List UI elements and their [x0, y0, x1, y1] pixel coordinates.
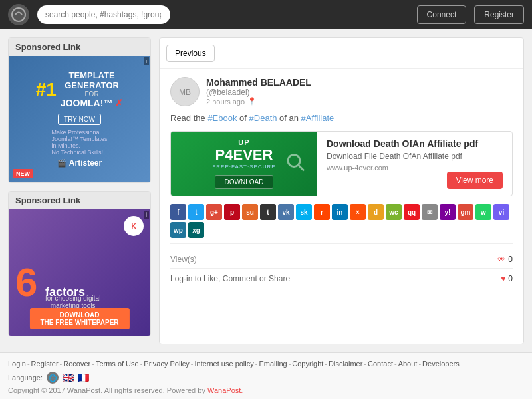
sep7: -	[289, 360, 291, 368]
post-area: MB Mohammed BELAADEL (@belaadel) 2 hours…	[160, 69, 523, 297]
sponsored-box-2: Sponsored Link i K 6 factors for choosin…	[8, 191, 151, 336]
share-xing2-button[interactable]: xg	[188, 222, 204, 238]
location-icon: 📍	[247, 97, 257, 106]
share-tumblr-button[interactable]: t	[260, 204, 276, 220]
ad-block-2[interactable]: i K 6 factors for choosing digital marke…	[9, 209, 150, 336]
ad-body: Make Professional Joomla!™ Templates in …	[52, 129, 108, 156]
footer-internet-use-link[interactable]: Internet use policy	[194, 360, 253, 368]
main-layout: Sponsored Link i #1 TEMPLATE GENERATOR F…	[0, 29, 532, 352]
affiliate-link[interactable]: #Affiliate	[301, 113, 334, 123]
heart-icon: ♥	[501, 274, 505, 283]
link-preview-url: www.up-4ever.com	[327, 164, 503, 172]
footer-emailing-link[interactable]: Emailing	[259, 360, 287, 368]
ad-badge-1: i	[144, 57, 149, 65]
views-count: 0	[508, 255, 513, 264]
footer-links: Login - Register - Recover - Terms of Us…	[8, 360, 524, 368]
logo	[8, 4, 29, 25]
sep4: -	[140, 360, 143, 368]
sep5: -	[191, 360, 194, 368]
artisteer-logo: 🎬 Artisteer	[57, 158, 102, 168]
kentico-logo: K	[124, 216, 144, 236]
link-preview-desc: Download File Death OfAn Affiliate pdf	[327, 152, 503, 161]
sep3: -	[92, 360, 94, 368]
previous-button[interactable]: Previous	[166, 45, 215, 62]
share-qq-button[interactable]: qq	[404, 204, 420, 220]
share-wordpress-button[interactable]: wp	[170, 222, 186, 238]
sponsored-title-2: Sponsored Link	[9, 192, 150, 209]
search-input[interactable]	[37, 5, 170, 24]
share-xing-button[interactable]: ×	[350, 204, 366, 220]
ad-badge-2: i	[144, 211, 149, 219]
language-row: Language: 🌐 🇬🇧 🇫🇷	[8, 372, 524, 384]
share-viber-button[interactable]: vi	[493, 204, 509, 220]
link-preview-info: Download Death OfAn Affiliate pdf Downlo…	[317, 132, 512, 196]
views-label: View(s)	[170, 255, 197, 264]
ad-line2: GENERATOR	[61, 80, 123, 90]
share-yahoo-button[interactable]: y!	[440, 204, 456, 220]
eye-icon: 👁	[497, 255, 505, 264]
search-icon	[285, 152, 307, 176]
language-label: Language:	[8, 374, 43, 382]
copyright-text: Copyright © 2017 WanaPost. All rights re…	[8, 386, 524, 394]
link-preview-title: Download Death OfAn Affiliate pdf	[327, 138, 503, 149]
footer-disclaimer-link[interactable]: Disclaimer	[329, 360, 362, 368]
try-now-button[interactable]: TRY NOW	[58, 114, 101, 125]
footer-about-link[interactable]: About	[398, 360, 418, 368]
link-preview: UP P4EVER FREE·FAST·SECURE DOWNLOAD Down…	[170, 131, 513, 196]
footer-developers-link[interactable]: Developers	[422, 360, 460, 368]
share-twitter-button[interactable]: t	[188, 204, 204, 220]
sponsored-title-1: Sponsored Link	[9, 38, 150, 56]
share-facebook-button[interactable]: f	[170, 204, 186, 220]
footer-register-link[interactable]: Register	[31, 360, 59, 368]
footer: Login - Register - Recover - Terms of Us…	[0, 352, 532, 399]
flag-fr[interactable]: 🇫🇷	[78, 372, 89, 383]
flag-uk[interactable]: 🇬🇧	[63, 372, 74, 383]
share-vk-button[interactable]: vk	[278, 204, 294, 220]
login-row: Log-in to Like, Comment or Share ♥ 0	[170, 269, 513, 289]
footer-login-link[interactable]: Login	[8, 360, 26, 368]
up4ever-logo: UP P4EVER FREE·FAST·SECURE DOWNLOAD	[212, 138, 275, 189]
svg-point-0	[12, 8, 25, 21]
footer-terms-link[interactable]: Terms of Use	[96, 360, 139, 368]
footer-copyright-link[interactable]: Copyright	[292, 360, 323, 368]
view-more-button[interactable]: View more	[447, 172, 503, 189]
share-reddit-button[interactable]: r	[314, 204, 330, 220]
sep: -	[27, 360, 30, 368]
share-skype-button[interactable]: sk	[296, 204, 312, 220]
sponsored-box-1: Sponsored Link i #1 TEMPLATE GENERATOR F…	[8, 37, 151, 183]
register-button[interactable]: Register	[474, 5, 524, 24]
footer-contact-link[interactable]: Contact	[368, 360, 393, 368]
ad-line3: FOR	[61, 90, 123, 98]
death-link[interactable]: #Death	[249, 113, 277, 123]
post-author-handle: (@belaadel)	[206, 88, 311, 97]
download-whitepaper-button[interactable]: DOWNLOAD THE FREE WHITEPAPER	[29, 308, 129, 329]
share-whatsapp-button[interactable]: w	[475, 204, 491, 220]
share-email-button[interactable]: ✉	[422, 204, 438, 220]
ad-block-1[interactable]: i #1 TEMPLATE GENERATOR FOR JOOMLA!™ ✗ T…	[9, 56, 150, 182]
views-row: View(s) 👁 0	[170, 251, 513, 269]
footer-recover-link[interactable]: Recover	[63, 360, 90, 368]
share-linkedin-button[interactable]: in	[332, 204, 348, 220]
joomla-x-icon: ✗	[115, 98, 123, 108]
share-pinterest-button[interactable]: p	[224, 204, 240, 220]
share-gmail-button[interactable]: gm	[458, 204, 473, 220]
share-wechat-button[interactable]: wc	[386, 204, 402, 220]
avatar: MB	[170, 77, 200, 106]
new-badge: NEW	[13, 169, 33, 178]
ad-subtitle2: for choosing digital marketing tools	[45, 295, 100, 309]
big-number: 6	[15, 263, 37, 303]
share-digg-button[interactable]: d	[368, 204, 384, 220]
connect-button[interactable]: Connect	[417, 5, 467, 24]
sep10: -	[394, 360, 397, 368]
social-share-bar: f t g+ p su t vk sk r in × d wc qq ✉ y! …	[170, 204, 513, 244]
share-stumbleupon-button[interactable]: su	[242, 204, 258, 220]
likes-count: 0	[508, 274, 513, 283]
ad-line4: JOOMLA!™ ✗	[61, 98, 123, 108]
link-preview-image: UP P4EVER FREE·FAST·SECURE DOWNLOAD	[171, 132, 317, 196]
footer-privacy-link[interactable]: Privacy Policy	[144, 360, 189, 368]
up4ever-download-btn[interactable]: DOWNLOAD	[215, 175, 274, 189]
post-header: MB Mohammed BELAADEL (@belaadel) 2 hours…	[170, 77, 513, 106]
ebook-link[interactable]: #Ebook	[207, 113, 237, 123]
share-googleplus-button[interactable]: g+	[206, 204, 222, 220]
wanapost-brand: WanaPost.	[207, 386, 243, 394]
